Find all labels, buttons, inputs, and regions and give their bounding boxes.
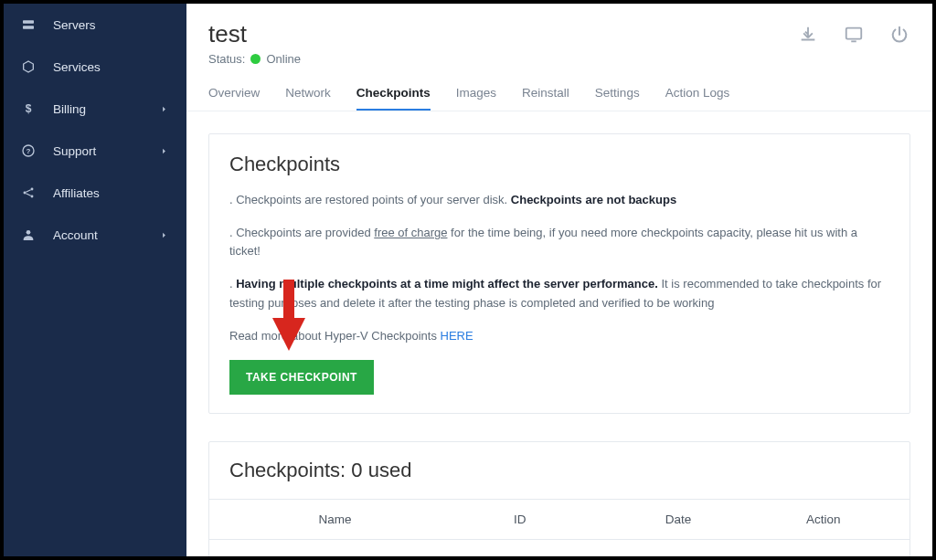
status-value: Online — [266, 52, 301, 66]
svg-text:$: $ — [26, 102, 32, 115]
sidebar-item-label: Affiliates — [53, 186, 170, 200]
status-dot-icon — [250, 54, 261, 64]
column-date: Date — [599, 512, 757, 526]
checkpoints-card-title: Checkpoints — [229, 153, 889, 176]
power-icon[interactable] — [888, 24, 910, 46]
sidebar: Servers Services $ Billing ? Support — [4, 4, 186, 556]
svg-point-8 — [27, 230, 31, 235]
svg-point-6 — [24, 192, 27, 195]
svg-rect-10 — [851, 40, 856, 42]
checkpoints-note-3: . Having multiple checkpoints at a time … — [229, 275, 889, 312]
sidebar-item-affiliates[interactable]: Affiliates — [4, 172, 186, 214]
chevron-right-icon — [157, 144, 170, 157]
status-label: Status: — [208, 52, 245, 66]
content-area: Checkpoints . Checkpoints are restored p… — [186, 111, 932, 556]
status-line: Status: Online — [208, 52, 797, 66]
tab-action-logs[interactable]: Action Logs — [665, 86, 730, 111]
servers-icon — [20, 16, 37, 33]
sidebar-item-servers[interactable]: Servers — [4, 4, 186, 46]
sidebar-item-label: Support — [53, 144, 157, 158]
checkpoints-table-card: Checkpoints: 0 used Name ID Date Action … — [208, 441, 910, 556]
console-icon[interactable] — [843, 24, 865, 46]
table-empty-message: No Checkpoints Available. — [209, 539, 909, 556]
sidebar-item-label: Services — [53, 60, 170, 74]
checkpoints-note-4: Read more about Hyper-V Checkpoints HERE — [229, 327, 889, 345]
tab-overview[interactable]: Overview — [208, 86, 260, 111]
tab-reinstall[interactable]: Reinstall — [522, 86, 569, 111]
cube-icon — [20, 58, 37, 75]
share-icon — [20, 185, 37, 201]
sidebar-item-label: Billing — [53, 102, 157, 116]
checkpoints-note-1: . Checkpoints are restored points of you… — [229, 191, 889, 209]
sidebar-item-account[interactable]: Account — [4, 214, 186, 256]
main-panel: test Status: Online — [186, 4, 932, 556]
user-icon — [20, 227, 37, 243]
svg-point-5 — [31, 188, 34, 191]
titlebar: test Status: Online — [186, 4, 932, 66]
title-actions — [797, 20, 910, 46]
column-id: ID — [441, 512, 599, 526]
checkpoints-used-title: Checkpoints: 0 used — [229, 459, 889, 482]
svg-text:?: ? — [27, 147, 31, 155]
column-action: Action — [758, 512, 889, 526]
tabs: Overview Network Checkpoints Images Rein… — [186, 66, 932, 111]
here-link[interactable]: HERE — [441, 329, 473, 343]
sidebar-item-support[interactable]: ? Support — [4, 130, 186, 172]
tab-checkpoints[interactable]: Checkpoints — [356, 86, 431, 111]
sidebar-item-label: Account — [53, 228, 157, 242]
chevron-right-icon — [157, 228, 170, 241]
chevron-right-icon — [157, 102, 170, 115]
take-checkpoint-button[interactable]: TAKE CHECKPOINT — [229, 360, 374, 395]
svg-rect-1 — [23, 26, 34, 28]
sidebar-item-label: Servers — [53, 18, 170, 32]
table-header-row: Name ID Date Action — [209, 500, 909, 539]
column-name: Name — [229, 512, 441, 526]
question-icon: ? — [20, 143, 37, 159]
sidebar-item-services[interactable]: Services — [4, 46, 186, 88]
download-icon[interactable] — [797, 24, 819, 46]
tab-network[interactable]: Network — [285, 86, 331, 111]
svg-point-7 — [31, 195, 34, 198]
checkpoints-info-card: Checkpoints . Checkpoints are restored p… — [208, 133, 910, 414]
tab-settings[interactable]: Settings — [595, 86, 640, 111]
sidebar-item-billing[interactable]: $ Billing — [4, 88, 186, 130]
tab-images[interactable]: Images — [456, 86, 496, 111]
svg-rect-9 — [846, 28, 862, 39]
svg-rect-0 — [23, 20, 34, 23]
page-title: test — [208, 20, 797, 48]
dollar-icon: $ — [20, 100, 37, 117]
checkpoints-note-2: . Checkpoints are provided free of charg… — [229, 224, 889, 260]
